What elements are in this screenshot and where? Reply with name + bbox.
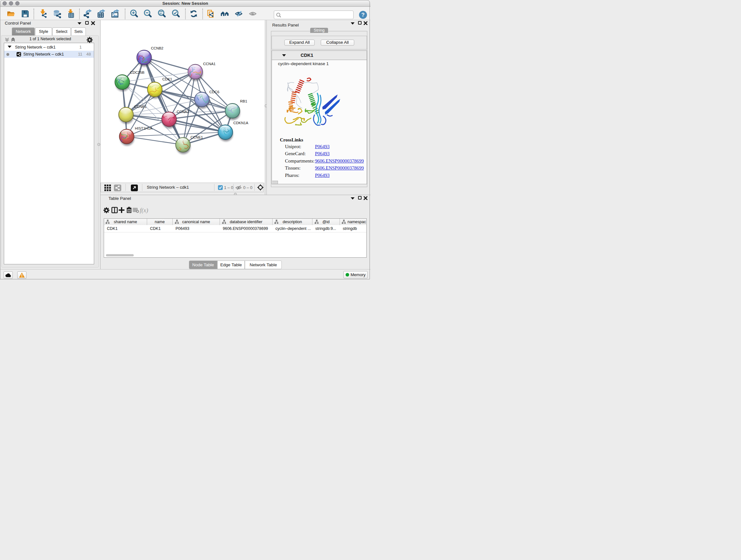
svg-text:HIST1H1A: HIST1H1A [135, 126, 152, 130]
svg-text:CCNB1: CCNB1 [134, 105, 147, 109]
svg-text:CDK1: CDK1 [162, 77, 172, 81]
svg-text:RB1: RB1 [240, 99, 247, 103]
svg-text:CCNE1: CCNE1 [191, 135, 203, 139]
svg-text:CCNA1: CCNA1 [203, 62, 216, 66]
svg-text:CCNB2: CCNB2 [151, 46, 163, 50]
svg-text:CDC25B: CDC25B [130, 71, 145, 74]
svg-text:CDKN1A: CDKN1A [233, 121, 248, 125]
svg-text:CCNA2: CCNA2 [177, 110, 189, 114]
svg-text:CDC6: CDC6 [209, 90, 219, 94]
